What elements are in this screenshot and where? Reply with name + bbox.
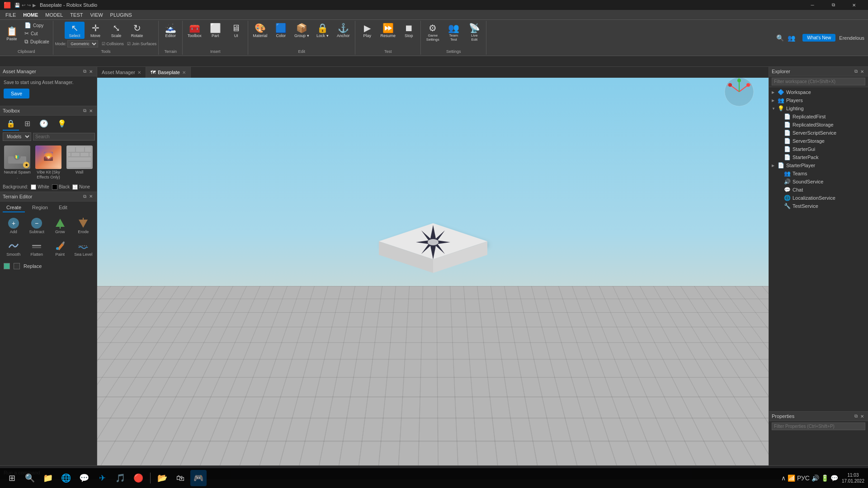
te-tab-create[interactable]: Create <box>3 203 25 212</box>
menu-view[interactable]: VIEW <box>86 11 106 19</box>
menu-home[interactable]: HOME <box>19 11 42 19</box>
te-subtract-button[interactable]: − Subtract <box>26 215 48 236</box>
live-edit-button[interactable]: 📡 LiveEdit <box>464 22 484 42</box>
lock-button[interactable]: 🔒 Lock ▾ <box>312 22 332 39</box>
play-button[interactable]: ▶ Play <box>357 22 377 39</box>
te-sea-level-button[interactable]: Sea Level <box>73 238 94 258</box>
explorer-float-button[interactable]: ⧉ <box>853 68 859 75</box>
tray-notification-icon[interactable]: 💬 <box>830 474 838 482</box>
te-add-button[interactable]: + Add <box>3 215 24 236</box>
menu-test[interactable]: TEST <box>66 11 86 19</box>
terrain-editor-close-button[interactable]: ✕ <box>88 193 94 199</box>
rotate-button[interactable]: ↻ Rotate <box>127 22 147 39</box>
toolbox-close-button[interactable]: ✕ <box>88 108 94 114</box>
viewport[interactable]: Asset Manager ✕ 🗺 Baseplate ✕ <box>97 67 769 465</box>
files-taskbar-button[interactable]: 📂 <box>154 470 170 486</box>
move-button[interactable]: ✛ Move <box>85 22 105 39</box>
toolbox-search-input[interactable] <box>33 133 95 141</box>
te-grow-button[interactable]: Grow <box>49 215 71 236</box>
baseplate-tab-close[interactable]: ✕ <box>182 70 186 75</box>
toolbox-tab-grid[interactable]: ⊞ <box>21 117 34 131</box>
toolbox-tab-recent[interactable]: 🕐 <box>36 117 52 131</box>
tree-item-sound-service[interactable]: 🔊 SoundService <box>769 178 868 186</box>
app6-taskbar-button[interactable]: 🔴 <box>130 470 146 486</box>
scale-button[interactable]: ⤡ Scale <box>106 22 126 39</box>
properties-float-button[interactable]: ⧉ <box>853 413 859 419</box>
search-taskbar-button[interactable]: 🔍 <box>22 470 38 486</box>
select-button[interactable]: ↖ Select <box>65 22 85 39</box>
te-erode-button[interactable]: Erode <box>73 215 94 236</box>
tree-item-server-storage[interactable]: 📄 ServerStorage <box>769 137 868 145</box>
ui-button[interactable]: 🖥 UI <box>226 22 246 39</box>
taskbar-time-date[interactable]: 11:03 17.01.2022 <box>842 472 864 484</box>
te-smooth-button[interactable]: Smooth <box>3 238 24 258</box>
start-button[interactable]: ⊞ <box>4 470 20 486</box>
menu-file[interactable]: FILE <box>2 11 19 19</box>
asset-manager-float-button[interactable]: ⧉ <box>82 68 88 75</box>
terrain-editor-button[interactable]: 🗻 Editor <box>160 22 180 39</box>
menu-model[interactable]: MODEL <box>42 11 66 19</box>
anchor-button[interactable]: ⚓ Anchor <box>333 22 353 39</box>
replace-color-to[interactable] <box>14 263 20 269</box>
minimize-button[interactable]: ─ <box>802 0 823 10</box>
tree-item-lighting[interactable]: ▼ 💡 Lighting <box>769 104 868 113</box>
duplicate-button[interactable]: ⧉ Duplicate <box>23 38 51 45</box>
color-button[interactable]: 🟦 Color <box>271 22 291 39</box>
stop-button[interactable]: ⏹ Stop <box>399 22 419 39</box>
discord-taskbar-button[interactable]: 💬 <box>76 470 92 486</box>
store-taskbar-button[interactable]: 🛍 <box>172 470 189 486</box>
resume-button[interactable]: ⏩ Resume <box>378 22 398 39</box>
tray-wifi-icon[interactable]: 📶 <box>788 474 795 482</box>
tree-item-server-script-service[interactable]: 📄 ServerScriptService <box>769 129 868 137</box>
tray-power-icon[interactable]: 🔋 <box>821 474 829 482</box>
bg-black-option[interactable]: Black <box>52 184 70 190</box>
team-settings-button[interactable]: 👥 TeamTest <box>443 22 463 42</box>
edge-taskbar-button[interactable]: 🌐 <box>58 470 74 486</box>
app5-taskbar-button[interactable]: 🎵 <box>112 470 128 486</box>
restore-button[interactable]: ⧉ <box>823 0 844 10</box>
cut-button[interactable]: ✂ Cut <box>23 30 51 37</box>
close-button[interactable]: ✕ <box>844 0 864 10</box>
asset-manager-tab[interactable]: Asset Manager ✕ <box>97 67 146 78</box>
tray-up-icon[interactable]: ∧ <box>781 474 786 482</box>
terrain-editor-float-button[interactable]: ⧉ <box>82 193 88 200</box>
toolbox-button[interactable]: 🧰 Toolbox <box>184 22 204 39</box>
model-item-wall[interactable]: Wall <box>65 145 94 181</box>
asset-manager-save-button[interactable]: Save <box>4 89 29 99</box>
model-item-vibe[interactable]: 🌄 Vibe Kit (Sky Effects Only) <box>34 145 63 181</box>
tree-item-chat[interactable]: 💬 Chat <box>769 186 868 194</box>
material-button[interactable]: 🎨 Material <box>250 22 270 39</box>
toolbox-tab-lock[interactable]: 🔒 <box>3 117 19 131</box>
te-tab-region[interactable]: Region <box>28 203 52 212</box>
whats-new-button[interactable]: What's New <box>802 34 835 42</box>
asset-manager-tab-close[interactable]: ✕ <box>137 70 141 75</box>
properties-filter-input[interactable] <box>772 422 865 430</box>
toolbox-float-button[interactable]: ⧉ <box>82 108 88 114</box>
tree-item-teams[interactable]: 👥 Teams <box>769 169 868 178</box>
mode-select[interactable]: Geometric Surface <box>67 40 98 47</box>
properties-close-button[interactable]: ✕ <box>859 413 865 419</box>
tray-volume-icon[interactable]: 🔊 <box>811 474 819 482</box>
explorer-close-button[interactable]: ✕ <box>859 69 865 75</box>
tree-item-starter-gui[interactable]: 📄 StarterGui <box>769 145 868 153</box>
tree-item-localization-service[interactable]: 🌐 LocalizationService <box>769 194 868 202</box>
tree-item-replicated-first[interactable]: 📄 ReplicatedFirst <box>769 113 868 121</box>
bg-none-option[interactable]: None <box>72 184 90 190</box>
nav-gizmo[interactable]: X Z Y <box>723 76 755 108</box>
tree-item-test-service[interactable]: 🔧 TestService <box>769 202 868 210</box>
toolbox-type-select[interactable]: Models Decals Audio <box>3 132 31 141</box>
tray-lang-icon[interactable]: РУС <box>797 474 810 482</box>
explorer-filter-input[interactable] <box>772 78 865 85</box>
collisions-check[interactable]: ☑ Collisions <box>102 42 124 46</box>
replace-color-from[interactable] <box>4 263 10 269</box>
te-tab-edit[interactable]: Edit <box>55 203 71 212</box>
paste-button[interactable]: 📋 Paste <box>2 22 22 45</box>
telegram-taskbar-button[interactable]: ✈ <box>94 470 110 486</box>
tree-item-replicated-storage[interactable]: 📄 ReplicatedStorage <box>769 121 868 129</box>
te-paint-button[interactable]: Paint <box>49 238 71 258</box>
tree-item-starter-player[interactable]: ▶ 📄 StarterPlayer <box>769 161 868 169</box>
tree-item-players[interactable]: ▶ 👥 Players <box>769 96 868 104</box>
roblox-taskbar-button[interactable]: 🎮 <box>190 470 207 486</box>
bg-white-option[interactable]: White <box>31 184 49 190</box>
part-button[interactable]: ⬜ Part <box>205 22 225 39</box>
